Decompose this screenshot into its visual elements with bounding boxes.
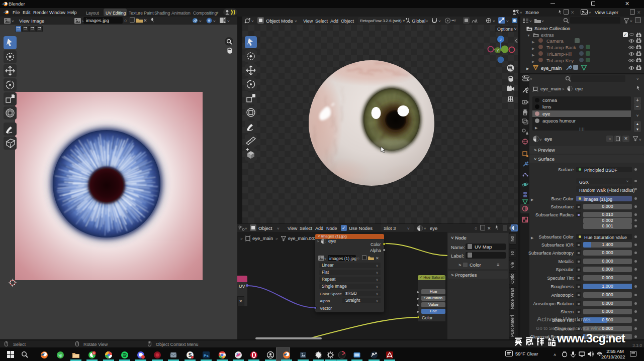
svg-text:Y: Y bbox=[497, 49, 499, 52]
svg-text:Ps: Ps bbox=[204, 353, 209, 358]
svg-text:vp: vp bbox=[58, 353, 62, 357]
svg-text:Z: Z bbox=[500, 38, 502, 42]
